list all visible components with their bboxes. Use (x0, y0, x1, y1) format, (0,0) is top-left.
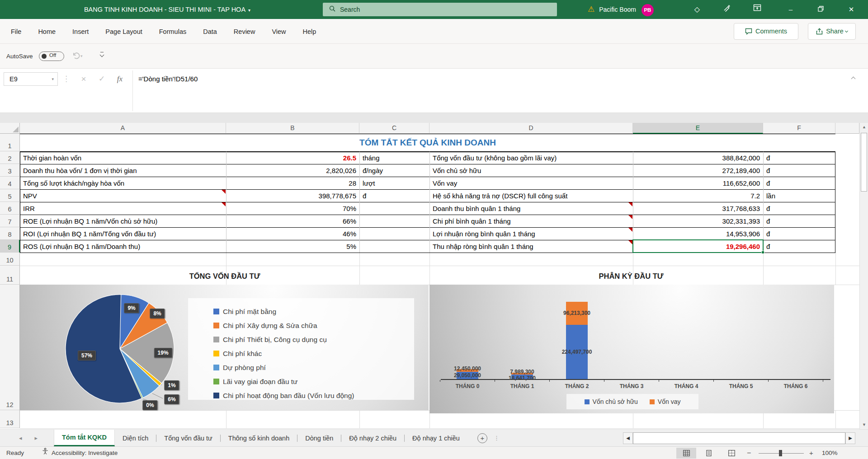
cell-D2[interactable]: Tổng vốn đầu tư (không bao gồm lãi vay) (429, 151, 633, 164)
cell-A6[interactable]: IRR (20, 202, 226, 215)
row-header-9[interactable]: 9 (0, 240, 20, 253)
avatar[interactable]: PB (642, 4, 654, 16)
ribbon-tab-view[interactable]: View (272, 28, 286, 35)
sheet-tab-độ-nhạy-2-chiều[interactable]: Độ nhạy 2 chiều (341, 430, 404, 446)
vertical-scroll-thumb[interactable] (861, 133, 867, 192)
cell-A2[interactable]: Thời gian hoàn vốn (20, 151, 226, 164)
cell-B7[interactable]: 66% (226, 215, 359, 227)
cell-C4[interactable]: lượt (359, 177, 429, 189)
bar-chart-title[interactable]: PHÂN KỲ ĐẦU TƯ (429, 267, 833, 285)
sheet-tab-diện-tích[interactable]: Diện tích (115, 430, 156, 446)
draw-wand-icon[interactable] (718, 0, 736, 19)
page-layout-view-button[interactable] (699, 448, 719, 459)
column-header-e[interactable]: E (633, 123, 763, 134)
minimize-button[interactable]: – (780, 0, 801, 19)
zoom-out-icon[interactable]: − (747, 447, 751, 459)
cell-A4[interactable]: Tổng số lượt khách/ngày hòa vốn (20, 177, 226, 189)
row-header-5[interactable]: 5 (0, 189, 20, 202)
scroll-right-icon[interactable]: ▶ (845, 432, 855, 444)
autosave-toggle[interactable]: Off (39, 52, 64, 61)
next-sheet-icon[interactable]: ▸ (35, 435, 38, 441)
page-break-view-button[interactable] (722, 448, 741, 459)
legend-item[interactable]: Chi phí hoạt động ban đầu (Vốn lưu động) (213, 389, 414, 403)
cell-E5[interactable]: 7.2 (633, 189, 763, 202)
legend-item[interactable]: Chi phí mặt bằng (213, 304, 414, 318)
cell-B9[interactable]: 5% (226, 240, 359, 253)
cell-F6[interactable]: đ (763, 202, 835, 215)
cell-F3[interactable]: đ (763, 164, 835, 177)
cell-F9[interactable]: đ (763, 240, 835, 253)
ribbon-display-options-icon[interactable] (748, 0, 766, 19)
cell-F8[interactable]: đ (763, 227, 835, 240)
undo-icon[interactable]: ▾ (71, 44, 83, 69)
legend-item[interactable]: Chi phí Thiết bị, Công cụ dụng cụ (213, 333, 414, 347)
enter-icon[interactable]: ✓ (95, 72, 108, 86)
cell-A3[interactable]: Doanh thu hòa vốn/ 1 đơn vị thời gian (20, 164, 226, 177)
column-header-c[interactable]: C (359, 123, 429, 134)
column-header-b[interactable]: B (226, 123, 359, 134)
scroll-left-icon[interactable]: ◀ (623, 432, 633, 444)
close-button[interactable]: ✕ (841, 0, 862, 19)
cell-D8[interactable]: Lợi nhuận ròng bình quân 1 tháng (429, 227, 633, 240)
cell-A8[interactable]: ROI (Lợi nhuận BQ 1 năm/Tổng vốn đầu tư) (20, 227, 226, 240)
cell-D6[interactable]: Doanh thu bình quân 1 tháng (429, 202, 633, 215)
cell-A7[interactable]: ROE (Lợi nhuận BQ 1 năm/Vốn chủ sở hữu) (20, 215, 226, 227)
pie-chart-title[interactable]: TỔNG VỐN ĐẦU TƯ (20, 267, 429, 285)
cell-C7[interactable] (359, 215, 429, 227)
pie-chart[interactable]: 9%8%19%1%6%0%57%Chi phí mặt bằngChi phí … (20, 285, 429, 410)
premium-diamond-icon[interactable]: ◇ (688, 0, 706, 19)
normal-view-button[interactable] (676, 448, 696, 459)
sheet-tab-thông-số-kinh-doanh[interactable]: Thông số kinh doanh (221, 430, 297, 446)
cell-D3[interactable]: Vốn chủ sở hữu (429, 164, 633, 177)
ribbon-tab-file[interactable]: File (11, 28, 21, 35)
cell-F5[interactable]: lần (763, 189, 835, 202)
legend-item[interactable]: Lãi vay giai đoạn đầu tư (213, 375, 414, 389)
fill-handle[interactable] (761, 251, 764, 254)
cell-B8[interactable]: 46% (226, 227, 359, 240)
cancel-icon[interactable]: × (77, 72, 90, 86)
sheet-tab-dòng-tiền[interactable]: Dòng tiền (297, 430, 341, 446)
new-sheet-button[interactable]: + (477, 433, 487, 443)
vertical-scrollbar[interactable]: ▲ ▼ (859, 123, 868, 429)
restore-button[interactable] (810, 0, 831, 19)
cell-C8[interactable] (359, 227, 429, 240)
row-header-1[interactable]: 1 (0, 134, 20, 151)
row-header-10[interactable]: 10 (0, 253, 20, 266)
select-all-corner[interactable] (0, 123, 20, 134)
row-header-4[interactable]: 4 (0, 177, 20, 189)
column-header-a[interactable]: A (20, 123, 226, 134)
zoom-level[interactable]: 100% (822, 447, 838, 459)
comments-button[interactable]: Comments (734, 23, 798, 40)
cell-E7[interactable]: 302,331,393 (633, 215, 763, 227)
column-header-blank[interactable] (835, 123, 859, 134)
cell-C9[interactable] (359, 240, 429, 253)
cell-B3[interactable]: 2,820,026 (226, 164, 359, 177)
scroll-down-icon[interactable]: ▼ (860, 421, 868, 429)
cell-B4[interactable]: 28 (226, 177, 359, 189)
legend-item[interactable]: Vốn vay (650, 398, 681, 405)
row-header-8[interactable]: 8 (0, 227, 20, 240)
ribbon-tab-page-layout[interactable]: Page Layout (105, 28, 142, 35)
cell-A9[interactable]: ROS (Lợi nhuận BQ 1 năm/Doanh thu) (20, 240, 226, 253)
share-button[interactable]: Share (808, 23, 856, 40)
legend-item[interactable]: Dự phòng phí (213, 361, 414, 375)
horizontal-scrollbar[interactable]: ◀ ▶ (623, 432, 855, 444)
collapse-formula-bar-icon[interactable] (852, 73, 855, 81)
insert-function-icon[interactable]: fx (113, 72, 127, 86)
ribbon-tab-formulas[interactable]: Formulas (159, 28, 186, 35)
legend-item[interactable]: Vốn chủ sở hữu (585, 398, 638, 405)
cell-F2[interactable]: đ (763, 151, 835, 164)
cell-E8[interactable]: 14,953,906 (633, 227, 763, 240)
sheet-tab-tổng-vốn-đầu-tư[interactable]: Tổng vốn đầu tư (156, 430, 220, 446)
account-area[interactable]: ⚠Pacific BoomPB (588, 0, 654, 19)
row-header-7[interactable]: 7 (0, 215, 20, 227)
sheet-tab-độ-nhạy-1-chiều[interactable]: Độ nhạy 1 chiều (405, 430, 467, 446)
row-header-3[interactable]: 3 (0, 164, 20, 177)
cell-D4[interactable]: Vốn vay (429, 177, 633, 189)
row-header-6[interactable]: 6 (0, 202, 20, 215)
scroll-up-icon[interactable]: ▲ (860, 123, 868, 131)
column-header-f[interactable]: F (763, 123, 835, 134)
cell-D5[interactable]: Hệ số khả năng trả nợ (DSCR) full công s… (429, 189, 633, 202)
zoom-in-icon[interactable]: + (809, 447, 813, 459)
cell-B2[interactable]: 26.5 (226, 151, 359, 164)
